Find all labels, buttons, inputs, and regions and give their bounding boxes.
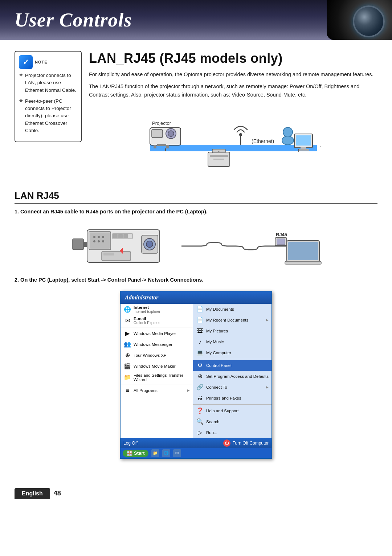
svg-point-37 [102,236,104,238]
moviemaker-icon: 🎬 [123,362,131,370]
network-diagram: Projector (Ethernet) [89,103,377,176]
start-menu-body: 🌐 Internet Internet Explorer ✉ E-mail Ou… [121,304,271,438]
connect-text: Connect To [206,385,266,389]
left-sidebar: ✓ Note ❖ Projector connects to LAN, plea… [15,51,82,183]
logoff-label[interactable]: Log Off [123,441,138,446]
menu-item-filesettings[interactable]: 📁 Files and Settings Transfer Wizard [121,372,193,383]
svg-point-22 [282,136,294,145]
svg-rect-34 [90,233,110,249]
menu-item-internet[interactable]: 🌐 Internet Internet Explorer [121,304,193,315]
checkmark-icon: ✓ [23,58,29,66]
shutdown-label[interactable]: Turn Off Computer [233,441,269,446]
setprograms-text: Set Program Access and Defaults [206,374,269,379]
email-icon: ✉ [123,316,131,324]
svg-rect-30 [73,239,83,250]
svg-text:(Ethernet): (Ethernet) [252,138,274,144]
note-text-2: Peer-to-peer (PC connects to Projector d… [25,98,77,134]
svg-rect-24 [296,135,311,146]
menu-item-email[interactable]: ✉ E-mail Outlook Express [121,315,193,326]
svg-rect-42 [113,234,118,238]
menu-item-moviemaker[interactable]: 🎬 Windows Movie Maker [121,361,193,372]
menu-divider-2 [121,384,193,384]
svg-rect-17 [212,149,225,153]
page-number: 48 [54,490,61,497]
svg-rect-53 [277,239,285,245]
printers-icon: 🖨 [196,394,204,402]
menu-item-printers[interactable]: 🖨 Printers and Faxes [193,393,271,404]
start-button[interactable]: 🪟 Start [123,450,148,457]
menu-item-connect[interactable]: 🔗 Connect To ▶ [193,382,271,393]
mediaplayer-icon: ▶ [123,330,131,338]
start-menu-bottom: Log Off ⏻ Turn Off Computer [121,438,271,448]
email-text: E-mail Outlook Express [134,316,190,325]
menu-item-run[interactable]: ▷ Run... [193,427,271,438]
projector-lens-image [327,0,392,40]
menu-item-mycomputer[interactable]: 💻 My Computer [193,347,271,358]
mydocs-icon: 📄 [196,305,204,313]
menu-item-setprograms[interactable]: ⊕ Set Program Access and Defaults [193,371,271,382]
menu-divider-1 [121,327,193,327]
start-label: Start [134,450,145,456]
start-menu-right: 📄 My Documents 📄 My Recent Documents ▶ 🖼… [193,304,271,438]
windows-logo: 🪟 [126,450,132,456]
svg-rect-15 [210,155,228,157]
bullet-symbol-2: ❖ [19,98,23,103]
controlpanel-icon: ⚙ [196,361,204,369]
search-icon: 🔍 [196,418,204,426]
mypics-icon: 🖼 [196,327,204,335]
allprograms-text: All Programs [134,388,158,393]
svg-point-4 [168,131,174,136]
menu-item-messenger[interactable]: 👥 Windows Messenger [121,339,193,350]
note-bullet-1: ❖ Projector connects to LAN, please use … [19,72,77,94]
mycomputer-text: My Computer [206,351,269,355]
mycomputer-icon: 💻 [196,349,204,357]
taskbar-btn-1[interactable]: 📁 [151,449,159,457]
mydocs-text: My Documents [206,307,269,311]
filesettings-text: Files and Settings Transfer Wizard [134,373,190,382]
messenger-icon: 👥 [123,340,131,348]
step-2-text: 2. On the PC (Laptop), select Start -> C… [15,277,377,283]
administrator-label: Administrator [125,294,158,301]
menu-item-mypics[interactable]: 🖼 My Pictures [193,326,271,336]
svg-rect-16 [213,159,224,160]
intro-para-1: For simplicity and ease of operation, th… [89,70,377,79]
menu-item-mymusic[interactable]: ♪ My Music [193,336,271,347]
svg-text:Projector: Projector [152,120,171,126]
menu-item-help[interactable]: ❓ Help and Support [193,405,271,416]
taskbar-btn-3[interactable]: ✉ [173,449,181,457]
menu-item-recentdocs[interactable]: 📄 My Recent Documents ▶ [193,315,271,326]
menu-item-mydocs[interactable]: 📄 My Documents [193,304,271,315]
start-menu: Administrator 🌐 Internet Internet Explor… [120,291,272,459]
note-bullet-2: ❖ Peer-to-peer (PC connects to Projector… [19,98,77,134]
controlpanel-text: Control Panel [206,363,269,368]
menu-item-controlpanel[interactable]: ⚙ Control Panel [193,360,271,371]
menu-item-allprograms[interactable]: ≡ All Programs ▶ [121,385,193,396]
tour-text: Tour Windows XP [134,353,190,357]
menu-divider-3 [193,359,271,359]
menu-item-tour[interactable]: ⊕ Tour Windows XP [121,350,193,361]
svg-rect-49 [103,253,114,255]
intro-para-2: The LAN/RJ45 function of the projector t… [89,82,377,99]
lan-subheading: LAN RJ45 [15,190,377,204]
menu-item-search[interactable]: 🔍 Search [193,416,271,427]
note-header: ✓ Note [19,55,77,69]
internet-text: Internet Internet Explorer [134,305,190,314]
start-menu-bottom-left: Log Off [123,441,138,446]
printers-text: Printers and Faxes [206,396,269,400]
recentdocs-icon: 📄 [196,316,204,324]
svg-point-35 [93,236,95,238]
taskbar-btn-2[interactable]: 🌐 [162,449,170,457]
recentdocs-text: My Recent Documents [206,318,266,322]
allprograms-arrow: ▶ [187,388,190,392]
main-content: ✓ Note ❖ Projector connects to LAN, plea… [0,40,392,470]
connect-icon: 🔗 [196,383,204,391]
menu-item-mediaplayer[interactable]: ▶ Windows Media Player [121,328,193,339]
svg-point-11 [239,133,242,136]
svg-rect-43 [118,234,123,238]
language-badge: English [15,488,50,499]
hw-svg: RJ45 [69,219,323,270]
mediaplayer-text: Windows Media Player [134,331,190,336]
note-label: Note [35,60,48,64]
filesettings-icon: 📁 [123,373,131,381]
start-menu-left: 🌐 Internet Internet Explorer ✉ E-mail Ou… [121,304,193,438]
